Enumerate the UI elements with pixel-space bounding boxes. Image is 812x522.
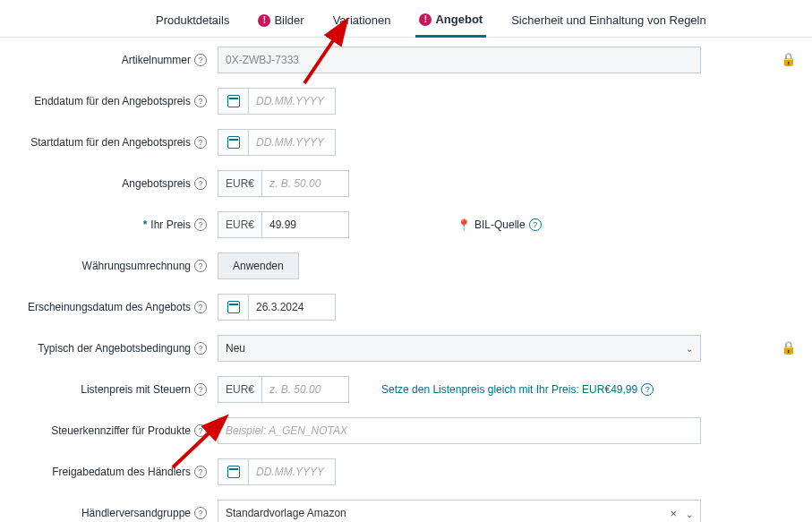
calendar-icon bbox=[227, 136, 240, 149]
tab-bar: Produktdetails !Bilder Variationen !Ange… bbox=[0, 0, 812, 38]
tab-variationen[interactable]: Variationen bbox=[329, 7, 395, 37]
versandgruppe-value: Standardvorlage Amazon bbox=[226, 507, 346, 519]
alert-icon: ! bbox=[419, 13, 432, 26]
help-icon[interactable]: ? bbox=[529, 218, 542, 231]
listenpreis-suggest-link[interactable]: Setze den Listenpreis gleich mit Ihr Pre… bbox=[381, 383, 654, 396]
calendar-button[interactable] bbox=[218, 88, 248, 115]
angebotspreis-input[interactable] bbox=[261, 170, 349, 197]
currency-prefix: EUR€ bbox=[218, 376, 261, 403]
label-startdatum: Startdatum für den Angebotspreis bbox=[30, 136, 191, 149]
help-icon[interactable]: ? bbox=[194, 177, 207, 190]
tab-produktdetails[interactable]: Produktdetails bbox=[152, 7, 233, 37]
artikelnummer-display: 0X-ZWBJ-7333 bbox=[218, 47, 701, 73]
startdatum-input[interactable] bbox=[248, 129, 336, 156]
alert-icon: ! bbox=[258, 14, 270, 27]
help-icon[interactable]: ? bbox=[194, 218, 207, 231]
tab-bilder[interactable]: !Bilder bbox=[254, 7, 307, 37]
steuerkennziffer-input[interactable] bbox=[218, 417, 701, 444]
label-angebotspreis: Angebotspreis bbox=[122, 177, 191, 190]
help-icon[interactable]: ? bbox=[194, 466, 207, 478]
tab-angebot[interactable]: !Angebot bbox=[415, 7, 486, 38]
currency-prefix: EUR€ bbox=[218, 170, 261, 197]
chevron-down-icon: ⌄ bbox=[686, 509, 693, 519]
bil-quelle-link[interactable]: 📍BIL-Quelle? bbox=[457, 218, 542, 232]
label-artikelnummer: Artikelnummer bbox=[122, 54, 191, 66]
required-marker: * bbox=[143, 218, 148, 231]
help-icon[interactable]: ? bbox=[194, 95, 207, 107]
calendar-button[interactable] bbox=[218, 294, 248, 321]
label-listenpreis: Listenpreis mit Steuern bbox=[81, 383, 191, 396]
lock-icon: 🔒 bbox=[781, 52, 796, 66]
label-versandgruppe: Händlerversandgruppe bbox=[81, 507, 191, 519]
label-ihrpreis: Ihr Preis bbox=[150, 218, 191, 231]
typisch-value: Neu bbox=[226, 342, 245, 355]
typisch-select[interactable]: Neu ⌄ bbox=[218, 335, 701, 362]
help-icon[interactable]: ? bbox=[194, 424, 207, 437]
help-icon[interactable]: ? bbox=[194, 260, 207, 272]
listenpreis-input[interactable] bbox=[261, 376, 349, 403]
form-container: Artikelnummer? 0X-ZWBJ-7333 🔒 Enddatum f… bbox=[0, 38, 812, 522]
pin-icon: 📍 bbox=[457, 218, 471, 232]
help-icon[interactable]: ? bbox=[194, 507, 207, 519]
currency-prefix: EUR€ bbox=[218, 211, 261, 238]
label-typisch: Typisch der Angebotsbedingung bbox=[38, 342, 191, 355]
help-icon[interactable]: ? bbox=[194, 136, 207, 149]
clear-icon[interactable]: × bbox=[670, 507, 677, 520]
erscheinungsdatum-input[interactable] bbox=[248, 294, 336, 321]
help-icon[interactable]: ? bbox=[194, 342, 207, 355]
label-freigabedatum: Freigabedatum des Händlers bbox=[52, 466, 191, 478]
label-steuerkennziffer: Steuerkennziffer für Produkte bbox=[51, 424, 191, 437]
calendar-icon bbox=[227, 301, 240, 313]
calendar-icon bbox=[227, 95, 240, 107]
ihrpreis-input[interactable] bbox=[261, 211, 349, 238]
help-icon[interactable]: ? bbox=[194, 301, 207, 313]
freigabedatum-input[interactable] bbox=[248, 458, 336, 485]
calendar-button[interactable] bbox=[218, 458, 248, 485]
calendar-button[interactable] bbox=[218, 129, 248, 156]
tab-sicherheit[interactable]: Sicherheit und Einhaltung von Regeln bbox=[508, 7, 710, 37]
calendar-icon bbox=[227, 466, 240, 478]
label-waehrungsumrechnung: Währungsumrechnung bbox=[82, 260, 191, 272]
enddatum-input[interactable] bbox=[248, 88, 336, 115]
chevron-down-icon: ⌄ bbox=[686, 344, 693, 354]
versandgruppe-select[interactable]: Standardvorlage Amazon ×⌄ bbox=[218, 500, 701, 522]
help-icon[interactable]: ? bbox=[641, 383, 654, 396]
help-icon[interactable]: ? bbox=[194, 54, 207, 66]
help-icon[interactable]: ? bbox=[194, 383, 207, 396]
lock-icon: 🔒 bbox=[781, 340, 796, 355]
label-enddatum: Enddatum für den Angebotspreis bbox=[34, 95, 191, 107]
label-erscheinungsdatum: Erscheinungsdatum des Angebots bbox=[28, 301, 191, 313]
anwenden-button[interactable]: Anwenden bbox=[218, 252, 299, 279]
